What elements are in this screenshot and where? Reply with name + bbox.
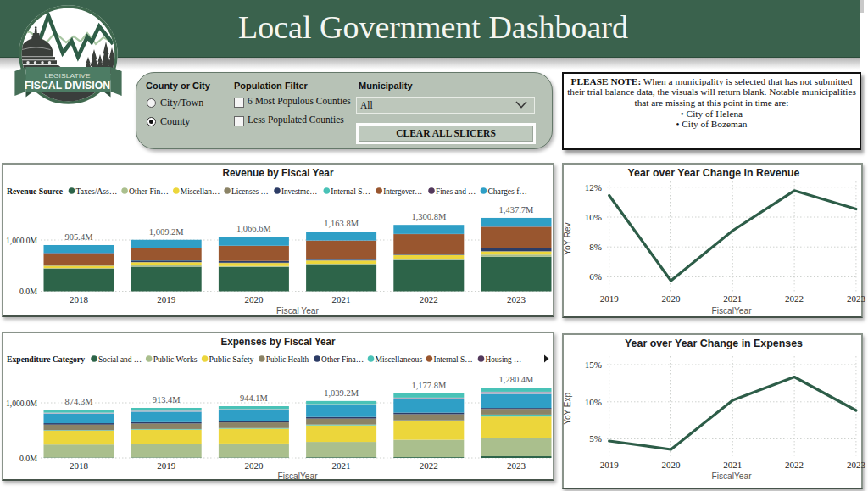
svg-text:YoY Rev: YoY Rev bbox=[563, 222, 572, 254]
svg-text:1,000.0M: 1,000.0M bbox=[6, 399, 38, 408]
svg-text:0.0M: 0.0M bbox=[19, 454, 38, 463]
svg-text:6%: 6% bbox=[589, 271, 602, 282]
svg-text:2019: 2019 bbox=[157, 460, 176, 471]
svg-text:FISCAL DIVISION: FISCAL DIVISION bbox=[25, 79, 110, 92]
svg-text:10%: 10% bbox=[585, 212, 602, 222]
svg-text:874.3M: 874.3M bbox=[65, 397, 94, 406]
svg-text:Licenses …: Licenses … bbox=[231, 187, 269, 196]
svg-text:Revenue Source: Revenue Source bbox=[7, 187, 63, 196]
svg-text:Public Health: Public Health bbox=[266, 354, 309, 364]
svg-text:Other Fina…: Other Fina… bbox=[321, 354, 364, 364]
svg-text:1,437.7M: 1,437.7M bbox=[499, 205, 535, 215]
svg-text:2022: 2022 bbox=[785, 293, 804, 304]
svg-text:YoY Exp: YoY Exp bbox=[563, 392, 572, 424]
svg-text:Public Safety: Public Safety bbox=[209, 354, 255, 364]
svg-text:8%: 8% bbox=[589, 242, 602, 252]
svg-text:2018: 2018 bbox=[70, 460, 89, 471]
svg-text:1,000.0M: 1,000.0M bbox=[6, 236, 38, 245]
svg-text:Other Fin…: Other Fin… bbox=[129, 187, 169, 196]
svg-text:2023: 2023 bbox=[507, 460, 526, 471]
svg-text:2023: 2023 bbox=[507, 294, 526, 304]
svg-text:2021: 2021 bbox=[723, 460, 742, 470]
svg-text:2022: 2022 bbox=[785, 460, 804, 470]
svg-text:2023: 2023 bbox=[847, 460, 866, 470]
svg-text:Year over Year Change in Reven: Year over Year Change in Revenue bbox=[628, 167, 800, 179]
svg-text:1,039.2M: 1,039.2M bbox=[324, 388, 359, 398]
svg-text:10%: 10% bbox=[585, 397, 602, 407]
svg-text:2021: 2021 bbox=[332, 460, 351, 471]
svg-text:FiscalYear: FiscalYear bbox=[277, 471, 318, 481]
svg-text:1,163.8M: 1,163.8M bbox=[324, 219, 359, 228]
svg-text:2020: 2020 bbox=[244, 294, 264, 304]
svg-text:1,280.4M: 1,280.4M bbox=[499, 375, 535, 384]
svg-text:2019: 2019 bbox=[157, 294, 176, 304]
svg-text:Housing …: Housing … bbox=[486, 354, 522, 364]
svg-text:2020: 2020 bbox=[244, 460, 264, 471]
svg-text:Revenue by Fiscal Year: Revenue by Fiscal Year bbox=[223, 167, 334, 179]
svg-text:905.4M: 905.4M bbox=[65, 232, 94, 242]
svg-text:2021: 2021 bbox=[723, 293, 742, 304]
svg-text:FiscalYear: FiscalYear bbox=[711, 306, 752, 315]
svg-text:944.1M: 944.1M bbox=[240, 393, 269, 403]
svg-text:1,066.6M: 1,066.6M bbox=[236, 224, 272, 233]
svg-text:Taxes/Ass…: Taxes/Ass… bbox=[76, 187, 118, 196]
svg-text:1,177.8M: 1,177.8M bbox=[411, 381, 447, 390]
svg-text:FiscalYear: FiscalYear bbox=[711, 471, 752, 481]
svg-text:2018: 2018 bbox=[70, 294, 89, 304]
svg-text:15%: 15% bbox=[585, 360, 602, 370]
svg-text:Internal S…: Internal S… bbox=[331, 187, 370, 196]
svg-text:2022: 2022 bbox=[420, 294, 438, 304]
svg-text:1,300.8M: 1,300.8M bbox=[411, 212, 447, 221]
svg-text:Intergover…: Intergover… bbox=[383, 187, 422, 196]
svg-text:Social and …: Social and … bbox=[98, 354, 142, 364]
svg-text:2021: 2021 bbox=[332, 294, 351, 304]
svg-text:Miscellaneous: Miscellaneous bbox=[376, 354, 423, 364]
svg-text:Charges f…: Charges f… bbox=[487, 187, 527, 196]
svg-text:1,009.2M: 1,009.2M bbox=[149, 227, 185, 237]
svg-text:Public Works: Public Works bbox=[153, 354, 198, 364]
svg-text:Fines and …: Fines and … bbox=[436, 187, 476, 196]
svg-text:12%: 12% bbox=[585, 182, 602, 192]
svg-text:Miscellan…: Miscellan… bbox=[181, 187, 220, 196]
svg-text:5%: 5% bbox=[589, 433, 602, 444]
svg-text:Fiscal Year: Fiscal Year bbox=[276, 306, 319, 315]
svg-text:2020: 2020 bbox=[662, 460, 682, 470]
svg-text:2022: 2022 bbox=[420, 460, 438, 471]
svg-text:0.0M: 0.0M bbox=[19, 287, 38, 296]
svg-text:Internal S…: Internal S… bbox=[434, 354, 473, 364]
svg-text:913.4M: 913.4M bbox=[153, 395, 181, 405]
svg-text:Expenses by Fiscal Year: Expenses by Fiscal Year bbox=[221, 336, 336, 348]
svg-text:Expenditure Category: Expenditure Category bbox=[7, 354, 86, 364]
svg-text:2019: 2019 bbox=[600, 293, 620, 304]
svg-text:2020: 2020 bbox=[662, 293, 682, 304]
svg-text:2023: 2023 bbox=[847, 293, 866, 304]
svg-text:2019: 2019 bbox=[600, 460, 620, 470]
svg-text:Investme…: Investme… bbox=[281, 187, 317, 196]
svg-text:Year over Year Change in Expen: Year over Year Change in Expenses bbox=[625, 338, 803, 349]
